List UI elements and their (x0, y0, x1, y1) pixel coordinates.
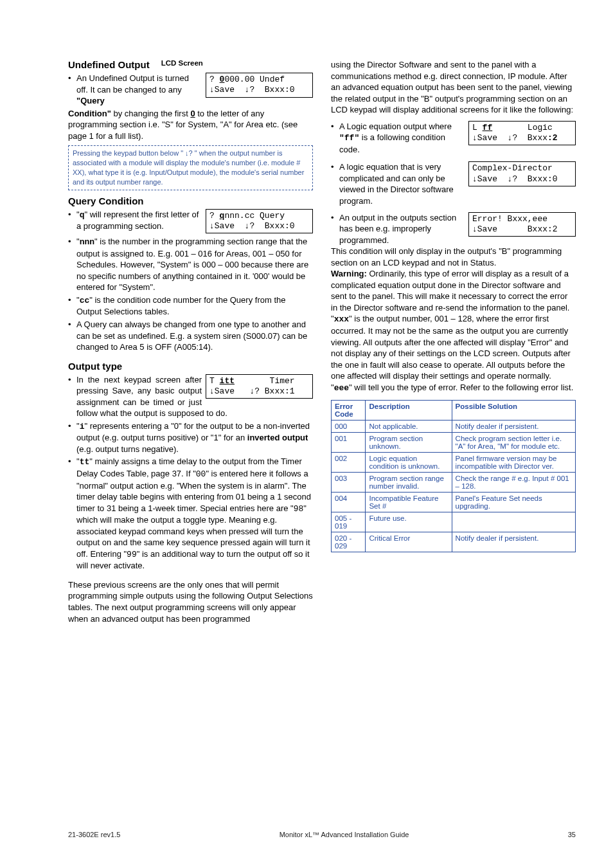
xxx-para: "xxx" is the output number, 001 – 128, w… (331, 313, 576, 381)
warning-para: Warning: Ordinarily, this type of error … (331, 268, 576, 313)
list-item: In the next keypad screen after pressing… (68, 374, 313, 419)
cell: Check program section letter i.e. "A" fo… (452, 433, 575, 453)
cell: 001 (332, 433, 366, 453)
text-bold: Condition" (68, 109, 111, 118)
lcd-line: ↓Save ↓? Bxxx:2 (472, 133, 558, 143)
list-item: "cc" is the condition code number for th… (68, 294, 313, 318)
text-mono: cc (80, 296, 90, 305)
table-row: 020 - 029Critical ErrorNotify dealer if … (332, 532, 576, 552)
cell: 002 (332, 453, 366, 473)
text-mono: xxx (334, 314, 349, 324)
output-type-block: T itt Timer ↓Save ↓? Bxxx:1 In the next … (68, 374, 313, 573)
cell: Notify dealer if persistent. (452, 532, 575, 552)
text-bold: "Query (76, 96, 105, 105)
left-column: Undefined Output LCD Screen ? 0000.00 Un… (68, 59, 313, 624)
text-block: This condition will only display in the … (331, 246, 576, 393)
cell: 005 - 019 (332, 512, 366, 532)
cell: Logic equation condition is unknown. (366, 453, 452, 473)
footer-page-number: 35 (568, 831, 576, 838)
two-column-layout: Undefined Output LCD Screen ? 0000.00 Un… (68, 59, 576, 624)
table-row: 003Program section range number invalid.… (332, 473, 576, 493)
lcd-line: Error! Bxxx,eee (472, 214, 547, 224)
cell: Critical Error (366, 532, 452, 552)
undef-block: ? 0000.00 Undef ↓Save ↓? Bxxx:0 An Undef… (68, 73, 313, 108)
right-intro: using the Director Software and sent to … (331, 59, 576, 116)
text-mono: 98 (294, 504, 304, 514)
text-mono: tt (80, 457, 90, 467)
error-table: Error Code Description Possible Solution… (331, 400, 576, 552)
table-row: 005 - 019Future use. (332, 512, 576, 532)
list-item: "q" will represent the first letter of a… (68, 209, 313, 232)
footer-center: Monitor xL™ Advanced Installation Guide (280, 831, 409, 838)
text-bold: inverted output (247, 433, 308, 442)
lcd-line: L ff Logic (472, 123, 553, 132)
list-item: L ff Logic ↓Save ↓? Bxxx:2 A Logic equat… (331, 121, 576, 156)
output-final-para: These previous screens are the only ones… (68, 579, 313, 624)
footer-left: 21-3602E rev1.5 (68, 831, 120, 838)
list-item: Error! Bxxx,eee ↓Save Bxxx:2 An output i… (331, 212, 576, 394)
lcd-error: Error! Bxxx,eee ↓Save Bxxx:2 (468, 212, 576, 237)
cell: Panel's Feature Set needs upgrading. (452, 493, 575, 512)
text: An output in the outputs section has bee… (339, 213, 456, 245)
cell: 003 (332, 473, 366, 493)
lcd-logic: L ff Logic ↓Save ↓? Bxxx:2 (468, 121, 576, 146)
text: Ordinarily, this type of error will disp… (331, 269, 569, 312)
table-row: 002Logic equation condition is unknown.P… (332, 453, 576, 473)
page-content: Undefined Output LCD Screen ? 0000.00 Un… (0, 0, 613, 650)
text-mono: nnn (80, 237, 94, 247)
page-footer: 21-3602E rev1.5 Monitor xL™ Advanced Ins… (68, 831, 576, 838)
right-list: L ff Logic ↓Save ↓? Bxxx:2 A Logic equat… (331, 121, 576, 394)
lcd-line: Complex-Director (472, 163, 553, 173)
text-mono: "ff" (339, 133, 359, 143)
cell: Program section range number invalid. (366, 473, 452, 493)
cell: 000 (332, 420, 366, 433)
query-list: "q" will represent the first letter of a… (68, 209, 313, 353)
text: An Undefined Output is turned off. It ca… (76, 73, 189, 95)
text: " is the output number, 001 – 128, where… (331, 314, 571, 381)
text: (e.g. output turns negative). (76, 444, 179, 454)
table-row: 001Program section unknown.Check program… (332, 433, 576, 453)
text-underline: 0 (190, 109, 195, 118)
cell: 020 - 029 (332, 532, 366, 552)
list-item: "nnn" is the number in the programming s… (68, 236, 313, 293)
list-item: "tt" mainly assigns a time delay to the … (68, 456, 313, 571)
cell: Future use. (366, 512, 452, 532)
undef-list: An Undefined Output is turned off. It ca… (68, 73, 313, 107)
error-table-body: 000Not applicable.Notify dealer if persi… (332, 420, 576, 552)
list-item: "i" represents entering a "0" for the ou… (68, 420, 313, 455)
cell (452, 512, 575, 532)
table-row: 000Not applicable.Notify dealer if persi… (332, 420, 576, 433)
text: " will represent the first letter of a p… (76, 210, 199, 231)
cell: Program section unknown. (366, 433, 452, 453)
lcd-screen-label: LCD Screen (161, 59, 313, 67)
th-solution: Possible Solution (452, 401, 575, 420)
heading-output-type: Output type (68, 361, 313, 372)
th-error-code: Error Code (332, 401, 366, 420)
cell: Notify dealer if persistent. (452, 420, 575, 433)
text-mono: eee (334, 383, 349, 393)
query-block: ? qnnn.cc Query ↓Save ↓? Bxxx:0 "q" will… (68, 209, 313, 354)
lcd-line: ↓Save Bxxx:2 (472, 224, 558, 234)
table-row: 004Incompatible Feature Set #Panel's Fea… (332, 493, 576, 512)
list-item: A Query can always be changed from one t… (68, 319, 313, 353)
text-mono: 00 (196, 469, 206, 479)
cell: 004 (332, 493, 366, 512)
text: A Logic equation output where (339, 122, 452, 131)
table-header-row: Error Code Description Possible Solution (332, 401, 576, 420)
text: " is the condition code number for the Q… (76, 295, 285, 317)
th-description: Description (366, 401, 452, 420)
cell: Incompatible Feature Set # (366, 493, 452, 512)
text: " is the number in the programming secti… (76, 237, 308, 292)
text: This condition will only display in the … (331, 246, 576, 268)
heading-undefined-output: Undefined Output (68, 59, 150, 70)
cell: Not applicable. (366, 420, 452, 433)
text-mono: 99 (127, 550, 137, 559)
output-type-list: In the next keypad screen after pressing… (68, 374, 313, 572)
note-box: Pressing the keypad button below " ↓? " … (68, 145, 313, 190)
cell: Check the range # e.g. Input # 001 – 128… (452, 473, 575, 493)
list-item: An Undefined Output is turned off. It ca… (68, 73, 313, 107)
lcd-complex: Complex-Director ↓Save ↓? Bxxx:0 (468, 161, 576, 186)
text: by changing the first (111, 109, 191, 118)
undef-continuation: Condition" by changing the first 0 to th… (68, 108, 313, 142)
right-column: using the Director Software and sent to … (331, 59, 576, 624)
